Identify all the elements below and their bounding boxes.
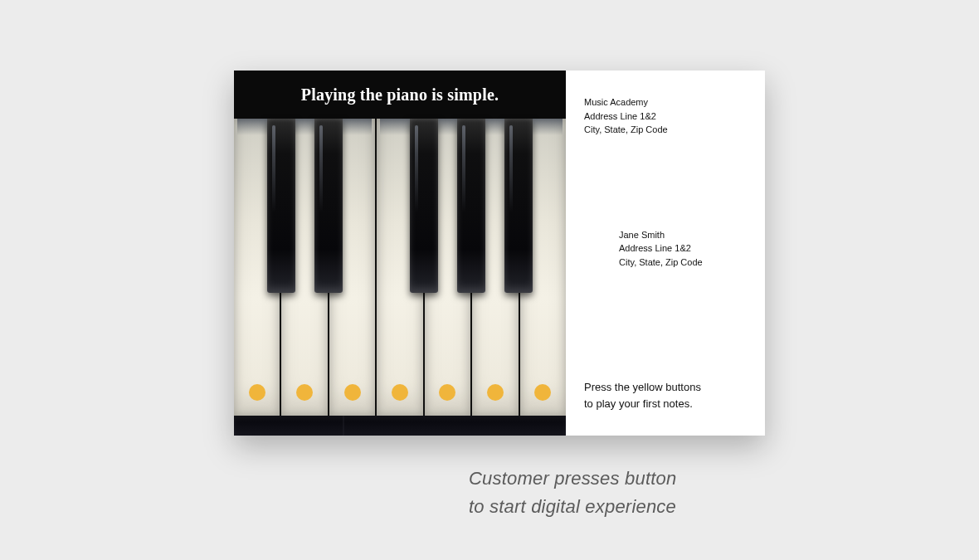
recipient-addr2: City, State, Zip Code [619,256,747,270]
dot-icon[interactable] [439,384,455,401]
black-key-2[interactable] [314,119,343,293]
info-panel: Music Academy Address Line 1&2 City, Sta… [566,71,765,436]
postcard: Playing the piano is simple. Music Acade… [234,71,765,436]
headline-text: Playing the piano is simple. [234,85,566,105]
caption-line1: Customer presses button [469,465,676,493]
caption-text: Customer presses button to start digital… [469,465,676,521]
sender-address: Music Academy Address Line 1&2 City, Sta… [584,95,747,137]
dot-icon[interactable] [344,384,361,401]
piano-base-strip [234,416,566,436]
dot-icon[interactable] [534,384,551,401]
dot-icon[interactable] [296,384,313,401]
instruction-line2: to play your first notes. [584,396,747,412]
instruction-line1: Press the yellow buttons [584,379,747,396]
piano-panel: Playing the piano is simple. [234,71,566,436]
black-key-1[interactable] [267,119,295,293]
dot-icon[interactable] [487,384,504,401]
dot-icon[interactable] [392,384,408,401]
instruction-text: Press the yellow buttons to play your fi… [584,379,747,412]
piano-keys [234,119,566,416]
dot-icon[interactable] [249,384,265,401]
black-key-4[interactable] [457,119,485,293]
black-key-5[interactable] [504,119,533,293]
caption-line2: to start digital experience [469,493,676,521]
sender-addr1: Address Line 1&2 [584,110,747,124]
sender-name: Music Academy [584,95,747,110]
recipient-address: Jane Smith Address Line 1&2 City, State,… [619,228,747,270]
recipient-addr1: Address Line 1&2 [619,241,747,256]
black-key-3[interactable] [410,119,438,293]
recipient-name: Jane Smith [619,228,747,242]
sender-addr2: City, State, Zip Code [584,123,747,137]
